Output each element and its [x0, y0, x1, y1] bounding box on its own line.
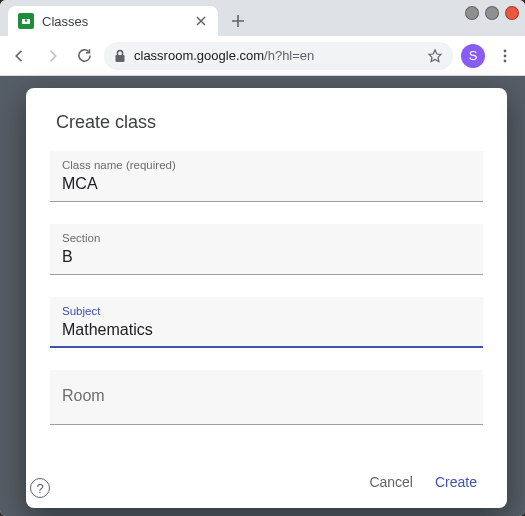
class-name-field[interactable]: Class name (required) — [50, 151, 483, 202]
room-field[interactable]: Room — [50, 370, 483, 425]
subject-field[interactable]: Subject — [50, 297, 483, 348]
dialog-actions: Cancel Create — [50, 464, 483, 500]
section-input[interactable] — [62, 246, 471, 268]
bookmark-icon[interactable] — [427, 48, 443, 64]
minimize-button[interactable] — [465, 6, 479, 20]
browser-tab[interactable]: Classes — [8, 6, 218, 36]
avatar-letter: S — [469, 48, 478, 63]
new-tab-button[interactable] — [224, 7, 252, 35]
back-button[interactable] — [8, 44, 32, 68]
svg-marker-7 — [429, 50, 441, 62]
classroom-favicon — [18, 13, 34, 29]
create-class-dialog: Create class Class name (required) Secti… — [26, 88, 507, 508]
tab-title: Classes — [42, 14, 186, 29]
titlebar: Classes — [0, 0, 525, 36]
form-fields: Class name (required) Section Subject Ro… — [50, 151, 483, 425]
svg-point-10 — [504, 59, 507, 62]
create-button[interactable]: Create — [435, 474, 477, 490]
section-field[interactable]: Section — [50, 224, 483, 275]
svg-rect-6 — [116, 55, 125, 62]
address-bar[interactable]: classroom.google.com/h?hl=en — [104, 42, 453, 70]
class-name-input[interactable] — [62, 173, 471, 195]
address-text: classroom.google.com/h?hl=en — [134, 48, 419, 63]
close-window-button[interactable] — [505, 6, 519, 20]
subject-label: Subject — [62, 305, 471, 317]
profile-avatar[interactable]: S — [461, 44, 485, 68]
lock-icon — [114, 49, 126, 63]
cancel-button[interactable]: Cancel — [369, 474, 413, 490]
maximize-button[interactable] — [485, 6, 499, 20]
reload-button[interactable] — [72, 44, 96, 68]
close-tab-icon[interactable] — [194, 14, 208, 28]
subject-input[interactable] — [62, 319, 165, 341]
svg-point-1 — [25, 19, 27, 21]
window-controls — [465, 6, 519, 20]
dialog-title: Create class — [56, 112, 483, 133]
browser-toolbar: classroom.google.com/h?hl=en S — [0, 36, 525, 76]
browser-window: Classes classroom.go — [0, 0, 525, 516]
room-label: Room — [62, 380, 471, 412]
forward-button[interactable] — [40, 44, 64, 68]
svg-point-8 — [504, 49, 507, 52]
help-icon[interactable]: ? — [30, 478, 50, 498]
svg-point-9 — [504, 54, 507, 57]
class-name-label: Class name (required) — [62, 159, 471, 171]
section-label: Section — [62, 232, 471, 244]
menu-button[interactable] — [493, 44, 517, 68]
